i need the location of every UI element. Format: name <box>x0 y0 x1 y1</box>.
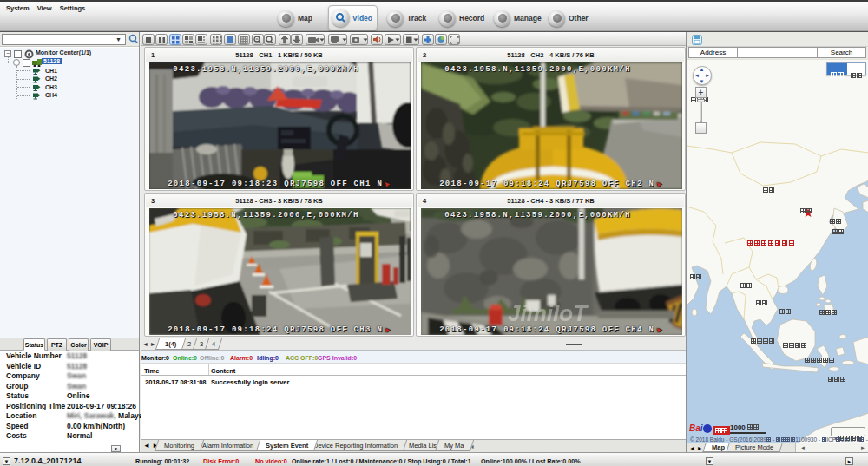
svg-text:JimiIoT: JimiIoT <box>508 300 589 326</box>
